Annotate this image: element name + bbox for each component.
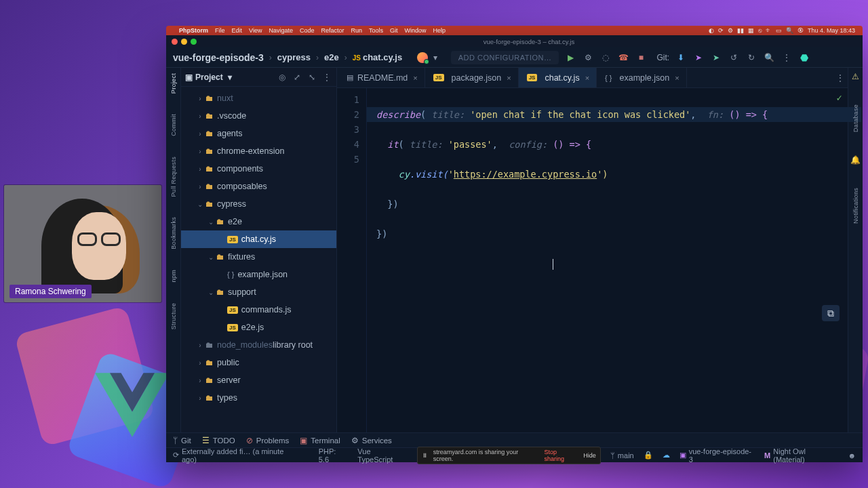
- add-configuration-button[interactable]: ADD CONFIGURATION…: [451, 51, 559, 64]
- git-fetch-button[interactable]: ➤: [710, 52, 722, 64]
- database-tool[interactable]: Database: [852, 102, 859, 135]
- todo-tool[interactable]: ☰ TODO: [202, 436, 235, 445]
- tabs-menu-button[interactable]: ⋮: [833, 68, 848, 87]
- git-tool[interactable]: ᛘ Git: [173, 436, 191, 445]
- window-maximize[interactable]: [191, 39, 197, 45]
- battery-icon[interactable]: ▭: [776, 27, 782, 34]
- code-with-me-button[interactable]: ⬣: [798, 52, 810, 64]
- run-button[interactable]: ▶: [564, 52, 576, 64]
- tree-item-public[interactable]: ›🖿public: [181, 354, 336, 371]
- breadcrumb-part[interactable]: cypress: [277, 52, 311, 62]
- tree-item-types[interactable]: ›🖿types: [181, 389, 336, 407]
- theme-indicator[interactable]: M Night Owl (Material): [764, 447, 838, 464]
- toolbar-more-button[interactable]: ⋮: [781, 52, 793, 64]
- debug-button[interactable]: ⚙: [582, 52, 594, 64]
- warnings-indicator[interactable]: ⚠: [852, 72, 859, 81]
- close-tab-icon[interactable]: ×: [413, 74, 417, 82]
- tree-item-e2e-js[interactable]: JSe2e.js: [181, 319, 336, 336]
- hide-toast-button[interactable]: Hide: [583, 452, 596, 459]
- vcs-status[interactable]: ⟳ Externally added fi… (a minute ago): [173, 447, 300, 464]
- locate-file-button[interactable]: ◎: [277, 73, 288, 82]
- close-tab-icon[interactable]: ×: [507, 74, 511, 82]
- editor-tab[interactable]: JSpackage.json×: [425, 68, 519, 87]
- deploy-indicator[interactable]: ☁: [663, 451, 670, 460]
- menubar-item[interactable]: Git: [390, 27, 398, 34]
- menubar-item[interactable]: Edit: [232, 27, 243, 34]
- tree-item-example-json[interactable]: { }example.json: [181, 266, 336, 283]
- left-rail-npm[interactable]: npm: [170, 267, 177, 285]
- php-version[interactable]: PHP: 5.6: [319, 447, 349, 464]
- editor-tab[interactable]: ▤README.md×: [340, 68, 425, 87]
- project-view-selector[interactable]: ▣ Project ▾: [185, 73, 232, 82]
- editor-tab[interactable]: { }example.json×: [597, 68, 687, 87]
- expand-all-button[interactable]: ⤢: [292, 73, 302, 82]
- status-icon[interactable]: ◐: [709, 27, 714, 34]
- menubar-item[interactable]: Code: [300, 27, 315, 34]
- tree-item-node-modules[interactable]: ›🖿node_modules library root: [181, 336, 336, 354]
- close-tab-icon[interactable]: ×: [675, 74, 679, 82]
- breadcrumb-file[interactable]: JSchat.cy.js: [353, 52, 403, 62]
- status-icon[interactable]: ⟳: [718, 27, 724, 34]
- profile-button[interactable]: ☎: [617, 52, 629, 64]
- menubar-item[interactable]: File: [215, 27, 225, 34]
- menubar-item[interactable]: Tools: [369, 27, 383, 34]
- close-tab-icon[interactable]: ×: [585, 74, 589, 82]
- breadcrumb-part[interactable]: e2e: [324, 52, 339, 62]
- code-editor[interactable]: 12345 describe( title: 'open chat if the…: [337, 88, 848, 432]
- menubar-app[interactable]: PhpStorm: [179, 27, 208, 34]
- git-push-button[interactable]: ➤: [692, 52, 705, 64]
- code-content[interactable]: describe( title: 'open chat if the chat …: [367, 88, 848, 432]
- left-rail-structure[interactable]: Structure: [170, 300, 177, 332]
- window-minimize[interactable]: [181, 39, 187, 45]
- left-rail-bookmarks[interactable]: Bookmarks: [170, 214, 177, 252]
- left-rail-commit[interactable]: Commit: [170, 111, 177, 139]
- tree-item-chat-cy-js[interactable]: JSchat.cy.js: [181, 230, 336, 248]
- menubar-clock[interactable]: Thu 4. May 18:43: [808, 27, 855, 34]
- tree-item-e2e[interactable]: ⌄🖿e2e: [181, 213, 336, 230]
- menubar-item[interactable]: Window: [405, 27, 427, 34]
- stop-sharing-button[interactable]: Stop sharing: [544, 449, 578, 462]
- git-rollback-button[interactable]: ↻: [745, 52, 757, 64]
- tree-item-composables[interactable]: ›🖿composables: [181, 178, 336, 195]
- menubar-item[interactable]: Refactor: [321, 27, 344, 34]
- spotlight-icon[interactable]: 🔍: [786, 27, 793, 34]
- lock-indicator[interactable]: 🔒: [644, 451, 653, 460]
- collapse-all-button[interactable]: ⤡: [307, 73, 317, 82]
- tree-item-nuxt[interactable]: ›🖿nuxt: [181, 89, 336, 107]
- menubar-item[interactable]: Navigate: [269, 27, 293, 34]
- tree-item-agents[interactable]: ›🖿agents: [181, 125, 336, 142]
- status-icon[interactable]: ⎋: [758, 27, 762, 34]
- status-icon[interactable]: ▮▮: [737, 27, 744, 34]
- coverage-button[interactable]: ◌: [599, 52, 612, 64]
- project-tree[interactable]: ›🖿nuxt›🖿.vscode›🖿agents›🖿chrome-extensio…: [181, 87, 336, 432]
- tree-item--vscode[interactable]: ›🖿.vscode: [181, 107, 336, 125]
- tree-item-components[interactable]: ›🖿components: [181, 160, 336, 178]
- ts-service[interactable]: Vue TypeScript: [357, 447, 407, 464]
- services-tool[interactable]: ⚙ Services: [351, 436, 392, 445]
- picture-in-picture-button[interactable]: ⧉: [822, 305, 840, 321]
- menubar-item[interactable]: Help: [433, 27, 446, 34]
- tree-item-chrome-extension[interactable]: ›🖿chrome-extension: [181, 142, 336, 160]
- editor-tab[interactable]: JSchat.cy.js×: [519, 68, 597, 87]
- git-update-button[interactable]: ⬇: [675, 52, 687, 64]
- control-center-icon[interactable]: ⦿: [797, 27, 804, 34]
- stop-button[interactable]: ■: [635, 52, 647, 64]
- left-rail-pull-requests[interactable]: Pull Requests: [170, 154, 177, 199]
- notifications-tool[interactable]: Notifications: [852, 185, 859, 226]
- git-history-button[interactable]: ↺: [728, 52, 740, 64]
- tree-item-fixtures[interactable]: ⌄🖿fixtures: [181, 248, 336, 266]
- notifications-icon[interactable]: 🔔: [850, 155, 861, 165]
- status-icon[interactable]: ⚙: [728, 27, 733, 34]
- search-everywhere-button[interactable]: 🔍: [763, 52, 775, 64]
- menubar-item[interactable]: Run: [351, 27, 362, 34]
- collaborator-avatar[interactable]: [417, 52, 428, 63]
- git-branch[interactable]: main: [610, 451, 634, 460]
- inspection-ok-icon[interactable]: ✓: [837, 92, 842, 103]
- tree-item-server[interactable]: ›🖿server: [181, 371, 336, 389]
- window-close[interactable]: [172, 39, 178, 45]
- status-icon[interactable]: ▦: [748, 27, 754, 34]
- project-indicator[interactable]: ▣ vue-forge-episode-3: [679, 447, 755, 464]
- sidebar-settings-button[interactable]: ⋮: [321, 73, 332, 82]
- left-rail-project[interactable]: Project: [170, 70, 177, 96]
- menubar-item[interactable]: View: [249, 27, 262, 34]
